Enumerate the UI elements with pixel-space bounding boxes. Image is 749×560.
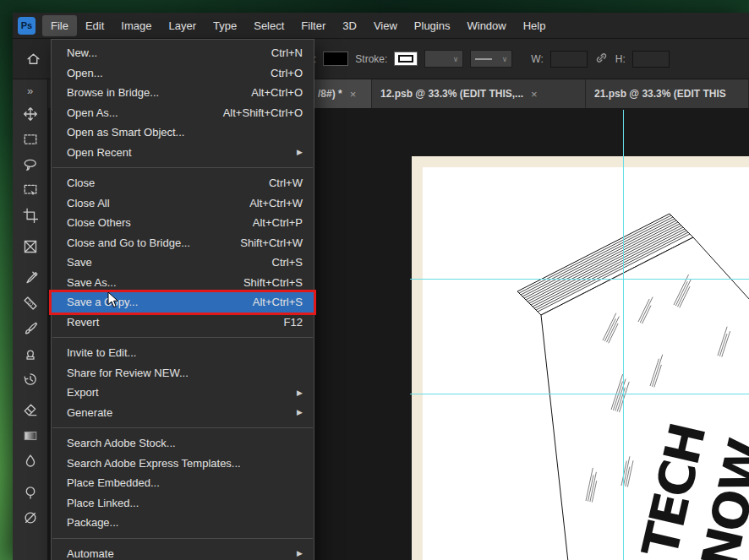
menu-item-place-embedded[interactable]: Place Embedded... <box>52 473 314 493</box>
document-tab-3[interactable]: 21.psb @ 33.3% (EDIT THIS <box>586 79 749 108</box>
menu-item-open-as-smart-object[interactable]: Open as Smart Object... <box>52 122 314 143</box>
tab-title: /8#) * <box>318 88 342 100</box>
rectangular-marquee-tool[interactable] <box>18 127 43 152</box>
menu-item-label: Open... <box>67 67 103 79</box>
menu-item-label: Package... <box>67 516 118 529</box>
stroke-width-dropdown[interactable]: ∨ <box>424 50 463 68</box>
blur-tool[interactable] <box>18 449 43 474</box>
collapse-panels-chevrons[interactable]: » <box>27 79 33 101</box>
menu-item-shortcut: Ctrl+N <box>271 46 303 59</box>
menu-item-open[interactable]: Open...Ctrl+O <box>52 63 314 84</box>
menu-separator <box>52 427 313 428</box>
menu-item-generate[interactable]: Generate▶ <box>52 403 314 423</box>
menu-item-label: Generate <box>67 406 112 419</box>
document-tab-1[interactable]: /8#) *× <box>314 79 372 108</box>
menu-item-label: Place Linked... <box>67 497 139 509</box>
menu-item-label: Close All <box>67 197 110 209</box>
clone-stamp-tool[interactable] <box>18 341 43 367</box>
menubar-item-select[interactable]: Select <box>245 15 292 36</box>
spot-healing-brush-tool[interactable] <box>18 291 43 316</box>
gradient-tool[interactable] <box>18 423 43 449</box>
height-field[interactable] <box>632 51 670 68</box>
menubar-item-view[interactable]: View <box>365 15 406 36</box>
menubar-item-help[interactable]: Help <box>515 15 555 36</box>
menu-item-browse-in-bridge[interactable]: Browse in Bridge...Alt+Ctrl+O <box>52 83 314 103</box>
menu-item-save[interactable]: SaveCtrl+S <box>52 253 314 273</box>
link-dimensions-icon[interactable] <box>594 51 609 68</box>
menubar-item-file[interactable]: File <box>42 15 77 36</box>
eyedropper-tool[interactable] <box>18 265 43 291</box>
menu-item-shortcut: Ctrl+W <box>269 177 303 189</box>
menu-item-open-as[interactable]: Open As...Alt+Shift+Ctrl+O <box>52 103 314 123</box>
tab-close-icon[interactable]: × <box>531 88 538 101</box>
width-field[interactable] <box>550 51 588 68</box>
menubar-item-3d[interactable]: 3D <box>334 15 365 36</box>
menu-item-automate[interactable]: Automate▶ <box>52 544 314 560</box>
menu-item-label: Close <box>67 177 95 189</box>
menu-item-close-others[interactable]: Close OthersAlt+Ctrl+P <box>52 213 314 233</box>
menu-item-close-all[interactable]: Close AllAlt+Ctrl+W <box>52 193 314 214</box>
move-tool[interactable] <box>18 101 43 127</box>
home-icon[interactable] <box>26 52 41 69</box>
menu-item-shortcut: Shift+Ctrl+W <box>240 237 303 249</box>
document-tab-2[interactable]: 12.psb @ 33.3% (EDIT THIS,...× <box>372 79 586 108</box>
menu-item-export[interactable]: Export▶ <box>52 383 314 403</box>
document-view[interactable]: TECH NOW <box>412 156 749 560</box>
menu-item-share-for-review-new[interactable]: Share for Review NEW... <box>52 363 314 383</box>
stroke-style-preview <box>475 58 492 60</box>
menu-item-label: Save As... <box>67 276 117 289</box>
object-selection-tool[interactable] <box>18 177 43 203</box>
menubar-items: FileEditImageLayerTypeSelectFilter3DView… <box>42 15 554 36</box>
dodge-tool[interactable] <box>18 480 43 505</box>
menu-separator <box>52 538 313 539</box>
menubar-item-filter[interactable]: Filter <box>292 15 334 36</box>
frame-tool[interactable] <box>18 234 43 259</box>
menu-item-label: Browse in Bridge... <box>67 86 159 99</box>
menu-item-search-adobe-stock[interactable]: Search Adobe Stock... <box>52 433 314 454</box>
menu-item-close[interactable]: CloseCtrl+W <box>52 173 314 193</box>
menu-item-open-recent[interactable]: Open Recent▶ <box>52 143 314 163</box>
shape-options: : Stroke: ∨ ∨ W: H: <box>314 39 746 79</box>
brush-tool[interactable] <box>18 316 43 341</box>
menu-item-search-adobe-express-templates[interactable]: Search Adobe Express Templates... <box>52 454 314 474</box>
menu-item-shortcut: F12 <box>284 316 303 329</box>
photoshop-window: Ps FileEditImageLayerTypeSelectFilter3DV… <box>13 13 749 560</box>
horizontal-guide-2[interactable] <box>410 394 749 394</box>
menu-item-save-a-copy[interactable]: Save a Copy...Alt+Ctrl+S <box>52 292 314 313</box>
menu-item-package[interactable]: Package... <box>52 513 314 533</box>
crop-tool[interactable] <box>18 203 43 228</box>
ellipse-tool[interactable] <box>18 505 43 530</box>
submenu-arrow-icon: ▶ <box>292 408 303 416</box>
tab-title: 21.psb @ 33.3% (EDIT THIS <box>594 88 726 100</box>
menubar-item-type[interactable]: Type <box>205 15 245 36</box>
lasso-tool[interactable] <box>18 152 43 177</box>
menu-item-place-linked[interactable]: Place Linked... <box>52 493 314 514</box>
horizontal-guide-1[interactable] <box>410 279 749 280</box>
menu-item-shortcut: Alt+Ctrl+S <box>253 296 303 308</box>
menubar-item-window[interactable]: Window <box>458 15 514 36</box>
menu-item-revert[interactable]: RevertF12 <box>52 313 314 333</box>
chevron-down-icon: ∨ <box>453 55 459 63</box>
menubar-item-plugins[interactable]: Plugins <box>406 15 459 36</box>
eraser-tool[interactable] <box>18 398 43 423</box>
menu-item-label: Automate <box>67 547 114 560</box>
menubar-item-image[interactable]: Image <box>112 15 160 36</box>
fill-color-swatch[interactable] <box>323 52 348 66</box>
menubar-item-edit[interactable]: Edit <box>77 15 112 36</box>
history-brush-tool[interactable] <box>18 367 43 392</box>
photoshop-logo-icon[interactable]: Ps <box>18 17 36 35</box>
menu-item-close-and-go-to-bridge[interactable]: Close and Go to Bridge...Shift+Ctrl+W <box>52 233 314 253</box>
menu-item-invite-to-edit[interactable]: Invite to Edit... <box>52 343 314 363</box>
menu-item-new[interactable]: New...Ctrl+N <box>52 43 314 63</box>
stroke-label: Stroke: <box>355 53 387 65</box>
menu-item-save-as[interactable]: Save As...Shift+Ctrl+S <box>52 273 314 293</box>
menu-item-label: Open As... <box>67 106 118 119</box>
stroke-type-dropdown[interactable]: ∨ <box>470 50 512 68</box>
tab-close-icon[interactable]: × <box>350 88 357 101</box>
menu-item-shortcut: Ctrl+S <box>272 256 303 269</box>
menu-separator <box>52 167 313 168</box>
vertical-guide[interactable] <box>623 110 624 560</box>
submenu-arrow-icon: ▶ <box>292 148 303 156</box>
menubar-item-layer[interactable]: Layer <box>161 15 205 36</box>
stroke-color-swatch[interactable] <box>394 52 418 66</box>
